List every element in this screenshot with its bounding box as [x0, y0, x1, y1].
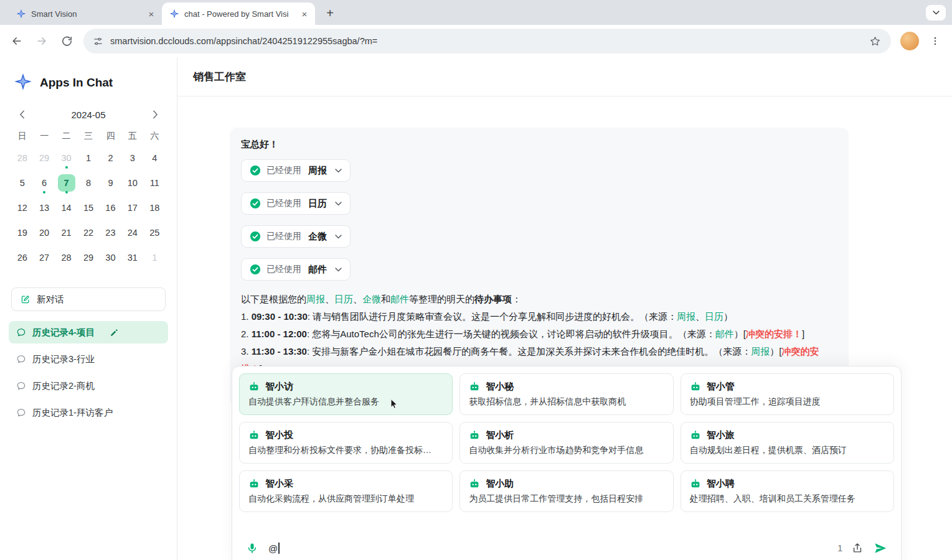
check-circle-icon: [250, 165, 261, 176]
source-link[interactable]: 周报: [751, 346, 770, 357]
source-link[interactable]: 邮件: [715, 329, 734, 339]
calendar-day[interactable]: 30: [100, 245, 121, 270]
tab-list-chevron-button[interactable]: [926, 5, 946, 21]
agent-card[interactable]: 智小投自动整理和分析投标文件要求，协助准备投标…: [239, 422, 453, 464]
calendar-day[interactable]: 19: [11, 220, 33, 245]
calendar-day[interactable]: 30: [55, 146, 77, 170]
calendar-day-number: 13: [35, 199, 53, 217]
calendar-day[interactable]: 17: [121, 195, 143, 220]
calendar-day[interactable]: 29: [33, 146, 55, 170]
agent-card[interactable]: 智小聘处理招聘、入职、培训和员工关系管理任务: [681, 470, 894, 512]
agent-desc: 获取招标信息，并从招标信息中获取商机: [469, 396, 664, 408]
history-item[interactable]: 历史记录1-拜访客户: [9, 401, 168, 424]
calendar-day[interactable]: 16: [100, 195, 121, 220]
calendar-day-number: 24: [124, 224, 141, 241]
profile-avatar[interactable]: [900, 32, 919, 50]
source-link[interactable]: 周报: [306, 294, 325, 304]
text-caret: [278, 543, 280, 554]
agent-card[interactable]: 智小秘获取招标信息，并从招标信息中获取商机: [460, 373, 673, 415]
calendar-next-button[interactable]: [148, 108, 162, 121]
mic-button[interactable]: [246, 542, 258, 554]
calendar-day[interactable]: 12: [11, 195, 33, 220]
calendar-day[interactable]: 26: [11, 245, 33, 270]
status-pill[interactable]: 已经使用日历: [241, 192, 351, 215]
calendar-day[interactable]: 9: [100, 170, 121, 195]
calendar-day[interactable]: 14: [55, 195, 77, 220]
agent-card[interactable]: 智小采自动化采购流程，从供应商管理到订单处理: [239, 470, 453, 512]
calendar-prev-button[interactable]: [15, 108, 29, 121]
calendar-day[interactable]: 13: [33, 195, 55, 220]
source-link[interactable]: 企微: [362, 294, 381, 304]
calendar-day[interactable]: 1: [144, 245, 166, 270]
calendar-day[interactable]: 4: [144, 146, 166, 170]
calendar-day[interactable]: 3: [121, 146, 143, 170]
tab-close-icon[interactable]: ×: [299, 8, 310, 19]
calendar-day[interactable]: 21: [55, 220, 77, 245]
calendar-day-number: 18: [146, 199, 163, 217]
edit-icon[interactable]: [110, 328, 119, 337]
agent-panel: 智小访自动提供客户拜访信息并整合服务智小秘获取招标信息，并从招标信息中获取商机智…: [232, 366, 902, 560]
upload-button[interactable]: [851, 542, 864, 554]
new-chat-button[interactable]: 新对话: [11, 287, 166, 311]
agent-name: 智小助: [486, 478, 514, 490]
forward-button[interactable]: [30, 29, 54, 53]
agent-card[interactable]: 智小析自动收集并分析行业市场趋势和竞争对手信息: [460, 422, 673, 464]
calendar-day[interactable]: 11: [144, 170, 166, 195]
history-item[interactable]: 历史记录4-项目: [9, 321, 168, 343]
browser-menu-button[interactable]: [925, 30, 946, 52]
calendar-day[interactable]: 25: [144, 220, 166, 245]
agent-card[interactable]: 智小助为员工提供日常工作管理支持，包括日程安排: [460, 470, 673, 512]
url-bar[interactable]: smartvision.dcclouds.com/appsinchat/2404…: [83, 29, 891, 54]
calendar-day[interactable]: 28: [55, 245, 77, 270]
calendar-day[interactable]: 5: [11, 170, 33, 195]
calendar-day[interactable]: 28: [11, 146, 33, 170]
send-button[interactable]: [874, 541, 887, 555]
status-pill[interactable]: 已经使用周报: [241, 159, 351, 182]
calendar-day[interactable]: 7: [55, 170, 77, 195]
source-link[interactable]: 日历: [705, 311, 723, 322]
chat-input[interactable]: @: [268, 543, 837, 554]
status-pill[interactable]: 已经使用邮件: [241, 258, 351, 281]
agent-desc: 自动整理和分析投标文件要求，协助准备投标…: [248, 445, 443, 456]
browser-tab-smart-vision[interactable]: Smart Vision ×: [9, 2, 162, 25]
source-link[interactable]: 邮件: [390, 294, 409, 304]
source-link[interactable]: 日历: [334, 294, 353, 304]
new-tab-button[interactable]: +: [321, 4, 339, 22]
history-item[interactable]: 历史记录2-商机: [9, 375, 168, 397]
reload-button[interactable]: [55, 29, 78, 53]
site-info-icon[interactable]: [93, 36, 103, 47]
browser-tab-chat[interactable]: chat - Powered by Smart Visi ×: [162, 2, 315, 25]
tab-close-icon[interactable]: ×: [146, 8, 157, 19]
agent-card[interactable]: 智小旅自动规划出差日程，提供机票、酒店预订: [681, 422, 894, 464]
calendar-day[interactable]: 20: [33, 220, 55, 245]
text-segment: 和: [381, 294, 390, 304]
back-button[interactable]: [5, 29, 29, 53]
calendar-day[interactable]: 27: [33, 245, 55, 270]
history-label: 历史记录2-商机: [32, 380, 95, 392]
new-chat-label: 新对话: [37, 294, 64, 306]
source-link[interactable]: 周报: [677, 311, 695, 322]
calendar-day[interactable]: 31: [121, 245, 143, 270]
calendar-day[interactable]: 29: [77, 245, 99, 270]
calendar-day[interactable]: 6: [33, 170, 55, 195]
calendar-day[interactable]: 1: [77, 146, 99, 170]
pill-tool-name: 日历: [308, 198, 327, 210]
calendar-day[interactable]: 24: [121, 220, 143, 245]
calendar-day[interactable]: 15: [77, 195, 99, 220]
calendar-day[interactable]: 22: [77, 220, 99, 245]
agent-name: 智小投: [265, 429, 293, 441]
calendar-day[interactable]: 8: [77, 170, 99, 195]
bookmark-star-icon[interactable]: [866, 32, 884, 50]
calendar-day[interactable]: 23: [100, 220, 121, 245]
history-item[interactable]: 历史记录3-行业: [9, 348, 168, 370]
todo-intro: 以下是根据您的周报、日历、企微和邮件等整理的明天的待办事项：: [241, 291, 837, 308]
calendar-day[interactable]: 2: [100, 146, 121, 170]
agent-card[interactable]: 智小访自动提供客户拜访信息并整合服务: [239, 373, 453, 415]
calendar-day[interactable]: 10: [121, 170, 143, 195]
calendar-day-number: 31: [124, 249, 141, 266]
agent-card[interactable]: 智小管协助项目管理工作，追踪项目进度: [681, 373, 894, 415]
status-pill[interactable]: 已经使用企微: [241, 225, 351, 248]
calendar-day[interactable]: 18: [144, 195, 166, 220]
calendar-day-number: 28: [14, 149, 31, 167]
agent-card-header: 智小采: [248, 478, 443, 490]
